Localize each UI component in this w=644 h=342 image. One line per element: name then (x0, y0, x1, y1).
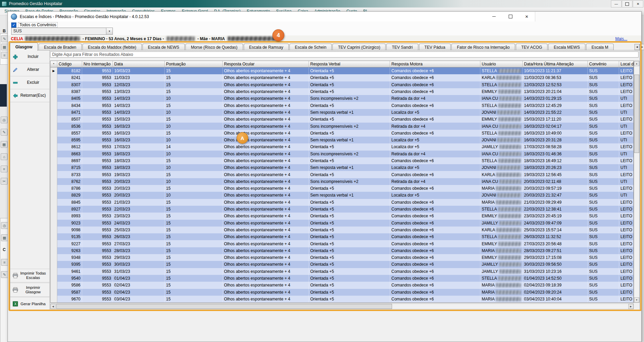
cell-codigo[interactable]: 8507 (57, 116, 82, 123)
cell-resposta-verbal[interactable]: Orientada +5 (309, 185, 390, 192)
cell-convenio[interactable]: SUS (588, 220, 619, 227)
cell-resposta-ocular[interactable]: Olhos abertos espontaneamente + 4 (223, 130, 309, 137)
horizontal-scrollbar-thumb[interactable] (56, 304, 392, 309)
cell-resposta-ocular[interactable]: Olhos abertos espontaneamente + 4 (223, 247, 309, 254)
cell-usuario[interactable]: EMMILY (480, 213, 523, 219)
cell-pontuacao[interactable]: 14 (165, 143, 223, 150)
table-row[interactable]: 8405955314/03/2310Olhos abertos espontan… (50, 95, 633, 102)
cell-data[interactable]: 29/03/23 (113, 254, 165, 261)
cell-data-hora-ultima-alteracao[interactable]: 23/03/2023 20:45:19 (523, 213, 588, 219)
scroll-left-button[interactable]: ◀ (50, 304, 56, 309)
cell-codigo[interactable]: 8715 (57, 164, 82, 171)
cell-nro-internacao[interactable]: 9553 (82, 88, 113, 95)
cell-resposta-verbal[interactable]: Orientada +5 (309, 199, 390, 206)
tab-morse-risco-de-quedas[interactable]: Morse (Risco de Quedas) (185, 44, 243, 51)
cell-local[interactable]: LEITO (619, 227, 634, 233)
cell-codigo[interactable]: 9098 (57, 227, 82, 233)
cell-usuario[interactable]: EMMILY (480, 88, 523, 95)
cell-indicator[interactable] (50, 81, 57, 88)
cell-resposta-verbal[interactable]: Orientada +5 (309, 247, 390, 254)
cell-pontuacao[interactable]: 10 (165, 123, 223, 129)
cell-data[interactable]: 27/03/23 (113, 240, 165, 247)
main-close-button[interactable]: ✕ (633, 0, 643, 7)
cell-pontuacao[interactable]: 15 (165, 275, 223, 282)
cell-data[interactable]: 15/03/23 (113, 116, 165, 123)
cell-nro-internacao[interactable]: 9553 (82, 233, 113, 240)
cell-usuario[interactable]: KARLA (480, 74, 523, 81)
cell-nro-internacao[interactable]: 9553 (82, 275, 113, 282)
cell-pontuacao[interactable]: 15 (165, 254, 223, 261)
main-maximize-button[interactable] (622, 0, 632, 7)
cell-nro-internacao[interactable]: 9553 (82, 220, 113, 227)
cell-resposta-verbal[interactable]: Orientada +5 (309, 171, 390, 178)
cell-pontuacao[interactable]: 15 (165, 102, 223, 109)
table-row[interactable]: 9461955331/03/2315Olhos abertos espontan… (50, 268, 633, 275)
cell-data[interactable]: 23/03/23 (113, 213, 165, 219)
cell-resposta-ocular[interactable]: Olhos abertos espontaneamente + 4 (223, 213, 309, 219)
table-row[interactable]: 9023955324/03/2315Olhos abertos espontan… (50, 220, 633, 227)
cell-indicator[interactable] (50, 199, 57, 206)
cell-usuario[interactable]: STELLA (480, 102, 523, 109)
cell-pontuacao[interactable]: 15 (165, 185, 223, 192)
cell-data[interactable]: 11/03/23 (113, 74, 165, 81)
cell-local[interactable]: LEITO (619, 261, 634, 268)
column-header-resposta-ocular[interactable]: Resposta Ocular (223, 61, 309, 67)
cell-codigo[interactable]: 9395 (57, 261, 82, 268)
cell-data[interactable]: 16/03/23 (113, 137, 165, 143)
cell-nro-internacao[interactable]: 9553 (82, 192, 113, 199)
table-row[interactable]: 9098955325/03/2315Olhos abertos espontan… (50, 227, 633, 233)
cell-convenio[interactable]: SUS (588, 268, 619, 275)
cell-nro-internacao[interactable]: 9553 (82, 227, 113, 233)
cell-usuario[interactable]: STELLA (480, 130, 523, 137)
cell-usuario[interactable]: STELLA (480, 157, 523, 164)
cell-resposta-verbal[interactable]: Orientada +5 (309, 254, 390, 261)
column-header-data[interactable]: Data (113, 61, 165, 67)
cell-resposta-verbal[interactable]: Sem resposta verbal +1 (309, 137, 390, 143)
cell-local[interactable]: LEITO (619, 282, 634, 289)
cell-pontuacao[interactable]: 15 (165, 157, 223, 164)
cell-resposta-ocular[interactable]: Olhos abertos espontaneamente + 4 (223, 102, 309, 109)
imprimir-glasgow-button[interactable]: Imprimir Glasgow (10, 283, 49, 297)
cell-codigo[interactable]: 9023 (57, 220, 82, 227)
table-row[interactable]: 9263955328/03/2315Olhos abertos espontan… (50, 247, 633, 254)
cell-resposta-verbal[interactable]: Sem resposta verbal +1 (309, 192, 390, 199)
cell-resposta-ocular[interactable]: Olhos abertos espontaneamente + 4 (223, 275, 309, 282)
column-header-convenio[interactable]: Convênio (588, 61, 619, 67)
cell-usuario[interactable]: EMMILY (480, 254, 523, 261)
cell-codigo[interactable]: 8387 (57, 88, 82, 95)
tab-tev-sandri[interactable]: TEV Sandri (386, 44, 418, 51)
cell-resposta-ocular[interactable]: Olhos abertos espontaneamente + 4 (223, 81, 309, 88)
cell-nro-internacao[interactable]: 9553 (82, 130, 113, 137)
cell-pontuacao[interactable]: 15 (165, 227, 223, 233)
cell-data-hora-ultima-alteracao[interactable]: 02/04/2023 09:18:39 (523, 282, 588, 289)
cell-resposta-ocular[interactable]: Olhos abertos espontaneamente + 4 (223, 143, 309, 150)
cell-usuario[interactable]: IANA CU (480, 151, 523, 157)
cell-usuario[interactable]: KARLA (480, 227, 523, 233)
cell-resposta-motora[interactable]: Comandos obedece +6 (390, 268, 480, 275)
cell-resposta-motora[interactable]: Retirada da dor +4 (390, 123, 480, 129)
cell-pontuacao[interactable]: 15 (165, 213, 223, 219)
cell-data-hora-ultima-alteracao[interactable]: 24/03/2023 09:47:09 (523, 220, 588, 227)
cell-pontuacao[interactable]: 15 (165, 233, 223, 240)
cell-usuario[interactable]: STELLA (480, 275, 523, 282)
cell-data-hora-ultima-alteracao[interactable]: 16/03/2023 20:31:28 (523, 137, 588, 143)
table-row[interactable]: 8241955311/03/2315Olhos abertos espontan… (50, 74, 633, 81)
cell-codigo[interactable]: 8471 (57, 109, 82, 116)
cell-data[interactable]: 18/03/23 (113, 157, 165, 164)
cell-resposta-ocular[interactable]: Olhos abertos espontaneamente + 4 (223, 171, 309, 178)
tab-fator-de-risco-na-interna-o[interactable]: Fator de Risco na Internação (451, 44, 515, 51)
cell-resposta-motora[interactable]: Comandos obedece +6 (390, 240, 480, 247)
column-header-data-hora-ultima-alteracao[interactable]: Data/Hora Última Alteração (523, 61, 588, 67)
cell-resposta-ocular[interactable]: Olhos abertos espontaneamente + 4 (223, 233, 309, 240)
cell-resposta-verbal[interactable]: Orientada +5 (309, 275, 390, 282)
cell-nro-internacao[interactable]: 9553 (82, 178, 113, 185)
cell-resposta-ocular[interactable]: Olhos abertos espontaneamente + 4 (223, 151, 309, 157)
table-row[interactable]: 9586955302/04/2315Olhos abertos espontan… (50, 282, 633, 289)
cell-local[interactable]: LEITO (619, 199, 634, 206)
cell-pontuacao[interactable]: 15 (165, 88, 223, 95)
cell-local[interactable]: LEITO (619, 289, 634, 296)
cell-local[interactable]: UTI (619, 164, 634, 171)
cell-resposta-motora[interactable]: Comandos obedece +6 (390, 220, 480, 227)
cell-pontuacao[interactable]: 10 (165, 178, 223, 185)
incluir-button[interactable]: Incluir (10, 50, 49, 63)
